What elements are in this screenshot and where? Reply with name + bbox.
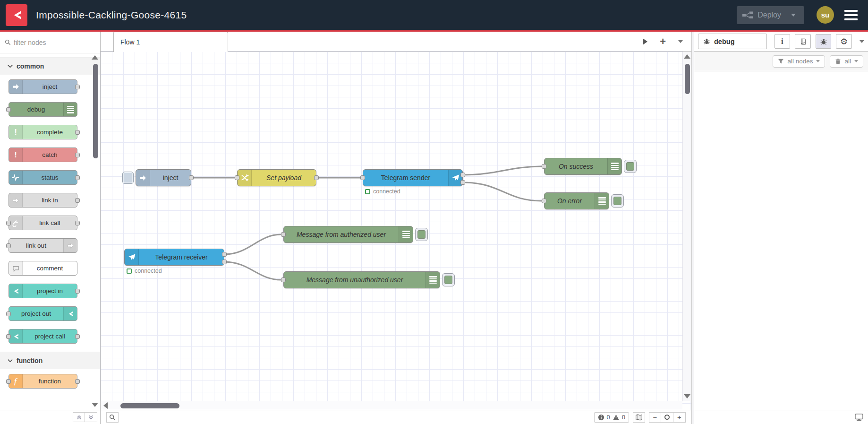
scroll-down-icon[interactable]	[684, 394, 690, 398]
node-port[interactable]	[75, 153, 80, 157]
node-port[interactable]	[542, 199, 546, 203]
palette-category-common[interactable]: common	[0, 57, 100, 75]
node-port[interactable]	[75, 130, 80, 135]
palette-node-link-call[interactable]: link call	[9, 216, 77, 230]
node-port[interactable]	[75, 334, 80, 339]
flow-canvas[interactable]: inject Set payload Telegram sender	[101, 52, 691, 410]
sidebar-tab-help-button[interactable]	[795, 34, 811, 49]
flow-node-telegram-receiver[interactable]: Telegram receiver	[124, 249, 224, 266]
debug-clear-button[interactable]: all	[830, 55, 863, 68]
flowfuse-logo-icon[interactable]	[6, 4, 27, 26]
scrollbar-thumb[interactable]	[685, 64, 690, 94]
toggle-navigator-button[interactable]	[633, 412, 645, 423]
node-port[interactable]	[6, 379, 11, 384]
tab-list-caret-icon[interactable]	[678, 40, 683, 43]
deploy-options-caret-icon[interactable]	[791, 14, 796, 17]
palette-node-catch[interactable]: ! catch	[9, 147, 77, 162]
flow-node-telegram-sender[interactable]: Telegram sender	[363, 169, 463, 186]
palette-node-project-out[interactable]: project out	[9, 306, 77, 321]
palette-node-comment[interactable]: comment	[9, 261, 77, 276]
zoom-out-button[interactable]: −	[649, 412, 661, 423]
node-port[interactable]	[222, 252, 227, 257]
warning-count: 0	[622, 414, 625, 421]
node-port[interactable]	[75, 198, 80, 203]
scrollbar-thumb[interactable]	[120, 403, 179, 408]
zoom-reset-button[interactable]	[661, 412, 673, 423]
node-port[interactable]	[360, 175, 365, 180]
main-menu-icon[interactable]	[844, 10, 858, 20]
palette-node-project-call[interactable]: project call	[9, 329, 77, 344]
debug-filter-button[interactable]: all nodes	[773, 55, 825, 68]
debug-toggle-button[interactable]	[624, 160, 637, 173]
node-port[interactable]	[189, 175, 194, 180]
palette-search[interactable]	[0, 32, 100, 53]
filter-nodes-input[interactable]	[14, 39, 85, 46]
palette-node-function[interactable]: ƒ function	[9, 374, 77, 389]
open-in-window-icon[interactable]	[855, 414, 863, 421]
collapse-categories-button[interactable]	[73, 412, 85, 422]
node-status-connected: connected	[127, 268, 162, 274]
palette-scroll-up-icon[interactable]	[92, 55, 98, 60]
node-port[interactable]	[75, 221, 80, 225]
run-flows-icon[interactable]	[643, 38, 647, 45]
debug-messages-panel[interactable]	[694, 71, 868, 410]
palette-node-inject[interactable]: inject	[9, 79, 77, 94]
flow-node-on-success[interactable]: On success	[544, 158, 622, 175]
node-port[interactable]	[6, 243, 11, 248]
palette-scroll-down-icon[interactable]	[92, 403, 98, 407]
node-port[interactable]	[314, 175, 319, 180]
palette-node-debug[interactable]: debug	[9, 102, 77, 117]
palette-node-link-out[interactable]: link out	[9, 238, 77, 253]
palette-node-status[interactable]: status	[9, 170, 77, 185]
flow-node-message-authorized[interactable]: Message from autherized user	[283, 226, 413, 243]
palette-scrollbar-thumb[interactable]	[93, 64, 98, 158]
node-port[interactable]	[75, 289, 80, 294]
app-header: Impossible-Cackling-Goose-4615 Deploy su	[0, 0, 868, 30]
node-port[interactable]	[6, 334, 11, 339]
sidebar-tab-debug-button[interactable]	[816, 34, 832, 49]
sidebar-tab-config-button[interactable]: ⚙	[836, 34, 852, 49]
scroll-left-icon[interactable]	[103, 402, 108, 409]
node-port[interactable]	[6, 107, 11, 112]
node-port[interactable]	[281, 277, 286, 282]
node-port[interactable]	[235, 175, 239, 180]
flow-issues-badge[interactable]: 0 0	[594, 412, 629, 423]
add-flow-icon[interactable]: +	[660, 36, 666, 47]
deploy-button[interactable]: Deploy	[737, 6, 804, 24]
inject-trigger-button[interactable]	[122, 172, 134, 184]
node-port[interactable]	[460, 180, 465, 185]
bug-icon	[703, 38, 710, 45]
palette-node-project-in[interactable]: project in	[9, 284, 77, 298]
flow-node-on-error[interactable]: On error	[544, 192, 609, 209]
flow-node-message-unauthorized[interactable]: Message from unauthorized user	[283, 271, 440, 288]
node-port[interactable]	[75, 379, 80, 384]
flow-tab[interactable]: Flow 1	[113, 32, 228, 52]
flow-node-inject[interactable]: inject	[136, 169, 191, 186]
palette-node-complete[interactable]: ! complete	[9, 125, 77, 139]
palette-node-link-in[interactable]: link in	[9, 193, 77, 208]
sidebar-menu-caret-icon[interactable]	[859, 40, 864, 43]
search-flows-button[interactable]	[106, 412, 119, 423]
node-port[interactable]	[6, 221, 11, 225]
node-port[interactable]	[542, 164, 546, 169]
debug-toggle-button[interactable]	[442, 273, 455, 286]
node-port[interactable]	[460, 173, 465, 177]
scroll-up-icon[interactable]	[684, 54, 690, 59]
sidebar-tab-info-button[interactable]: i	[774, 34, 791, 49]
tab-debug[interactable]: debug	[698, 34, 767, 49]
pulse-icon	[9, 171, 23, 184]
node-port[interactable]	[281, 232, 286, 237]
debug-toggle-button[interactable]	[611, 194, 624, 208]
node-port[interactable]	[6, 312, 11, 316]
expand-categories-button[interactable]	[85, 412, 97, 422]
user-avatar[interactable]: su	[817, 6, 834, 24]
node-port[interactable]	[75, 175, 80, 180]
canvas-vertical-scrollbar[interactable]	[682, 52, 691, 401]
debug-toggle-button[interactable]	[415, 228, 428, 241]
node-port[interactable]	[75, 85, 80, 89]
canvas-horizontal-scrollbar[interactable]	[101, 401, 682, 410]
palette-category-function[interactable]: function	[0, 352, 100, 369]
zoom-in-button[interactable]: +	[673, 412, 686, 423]
node-port[interactable]	[222, 260, 227, 264]
flow-node-set-payload[interactable]: Set payload	[237, 169, 316, 186]
